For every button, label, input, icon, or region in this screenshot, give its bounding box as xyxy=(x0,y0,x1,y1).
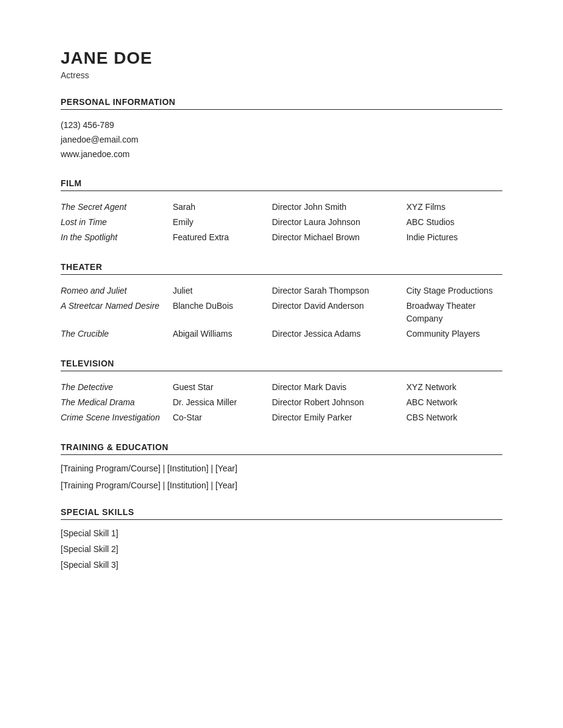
film-company-cell: XYZ Films xyxy=(406,200,502,215)
table-row: The Detective Guest Star Director Mark D… xyxy=(61,380,502,395)
theater-section: THEATER Romeo and Juliet Juliet Director… xyxy=(61,262,502,342)
film-role-cell: Emily xyxy=(173,215,272,230)
tv-role-cell: Guest Star xyxy=(173,380,272,395)
list-item: [Special Skill 2] xyxy=(61,544,502,554)
tv-role-cell: Dr. Jessica Miller xyxy=(173,395,272,410)
theater-company-cell: City Stage Productions xyxy=(406,283,502,298)
training-title: TRAINING & EDUCATION xyxy=(61,442,502,455)
table-row: The Crucible Abigail Williams Director J… xyxy=(61,326,502,342)
theater-role-cell: Blanche DuBois xyxy=(173,298,272,326)
television-title: TELEVISION xyxy=(61,359,502,371)
film-role-cell: Featured Extra xyxy=(173,230,272,245)
theater-company-cell: Broadway Theater Company xyxy=(406,298,502,326)
theater-director-cell: Director Sarah Thompson xyxy=(272,283,406,298)
theater-credits-table: Romeo and Juliet Juliet Director Sarah T… xyxy=(61,283,502,342)
television-credits-table: The Detective Guest Star Director Mark D… xyxy=(61,380,502,425)
header-title: Actress xyxy=(61,70,502,80)
website: www.janedoe.com xyxy=(61,147,502,162)
film-company-cell: ABC Studios xyxy=(406,215,502,230)
film-role-cell: Sarah xyxy=(173,200,272,215)
theater-role-cell: Abigail Williams xyxy=(173,326,272,342)
header-name: JANE DOE xyxy=(61,49,502,68)
theater-director-cell: Director David Anderson xyxy=(272,298,406,326)
film-title-cell: The Secret Agent xyxy=(61,200,173,215)
table-row: Crime Scene Investigation Co-Star Direct… xyxy=(61,410,502,425)
tv-title-cell: Crime Scene Investigation xyxy=(61,410,173,425)
list-item: [Special Skill 1] xyxy=(61,528,502,538)
skills-section: SPECIAL SKILLS [Special Skill 1][Special… xyxy=(61,507,502,570)
personal-info-section: PERSONAL INFORMATION (123) 456-789 janed… xyxy=(61,97,502,161)
list-item: [Special Skill 3] xyxy=(61,560,502,570)
television-section: TELEVISION The Detective Guest Star Dire… xyxy=(61,359,502,425)
table-row: Lost in Time Emily Director Laura Johnso… xyxy=(61,215,502,230)
theater-title-cell: A Streetcar Named Desire xyxy=(61,298,173,326)
training-section: TRAINING & EDUCATION [Training Program/C… xyxy=(61,442,502,490)
personal-info-details: (123) 456-789 janedoe@email.com www.jane… xyxy=(61,118,502,161)
tv-company-cell: XYZ Network xyxy=(406,380,502,395)
email: janedoe@email.com xyxy=(61,133,502,147)
film-credits-table: The Secret Agent Sarah Director John Smi… xyxy=(61,200,502,245)
film-director-cell: Director John Smith xyxy=(272,200,406,215)
table-row: The Secret Agent Sarah Director John Smi… xyxy=(61,200,502,215)
tv-title-cell: The Detective xyxy=(61,380,173,395)
phone: (123) 456-789 xyxy=(61,118,502,133)
film-title-cell: Lost in Time xyxy=(61,215,173,230)
table-row: The Medical Drama Dr. Jessica Miller Dir… xyxy=(61,395,502,410)
theater-title: THEATER xyxy=(61,262,502,275)
theater-title-cell: The Crucible xyxy=(61,326,173,342)
film-company-cell: Indie Pictures xyxy=(406,230,502,245)
film-title: FILM xyxy=(61,178,502,191)
film-title-cell: In the Spotlight xyxy=(61,230,173,245)
tv-company-cell: ABC Network xyxy=(406,395,502,410)
film-director-cell: Director Laura Johnson xyxy=(272,215,406,230)
theater-director-cell: Director Jessica Adams xyxy=(272,326,406,342)
film-section: FILM The Secret Agent Sarah Director Joh… xyxy=(61,178,502,245)
list-item: [Training Program/Course] | [Institution… xyxy=(61,463,502,473)
tv-title-cell: The Medical Drama xyxy=(61,395,173,410)
tv-director-cell: Director Robert Johnson xyxy=(272,395,406,410)
table-row: In the Spotlight Featured Extra Director… xyxy=(61,230,502,245)
theater-role-cell: Juliet xyxy=(173,283,272,298)
skills-title: SPECIAL SKILLS xyxy=(61,507,502,520)
list-item: [Training Program/Course] | [Institution… xyxy=(61,480,502,490)
tv-director-cell: Director Mark Davis xyxy=(272,380,406,395)
theater-title-cell: Romeo and Juliet xyxy=(61,283,173,298)
table-row: A Streetcar Named Desire Blanche DuBois … xyxy=(61,298,502,326)
personal-info-title: PERSONAL INFORMATION xyxy=(61,97,502,110)
tv-company-cell: CBS Network xyxy=(406,410,502,425)
film-director-cell: Director Michael Brown xyxy=(272,230,406,245)
tv-role-cell: Co-Star xyxy=(173,410,272,425)
theater-company-cell: Community Players xyxy=(406,326,502,342)
tv-director-cell: Director Emily Parker xyxy=(272,410,406,425)
table-row: Romeo and Juliet Juliet Director Sarah T… xyxy=(61,283,502,298)
